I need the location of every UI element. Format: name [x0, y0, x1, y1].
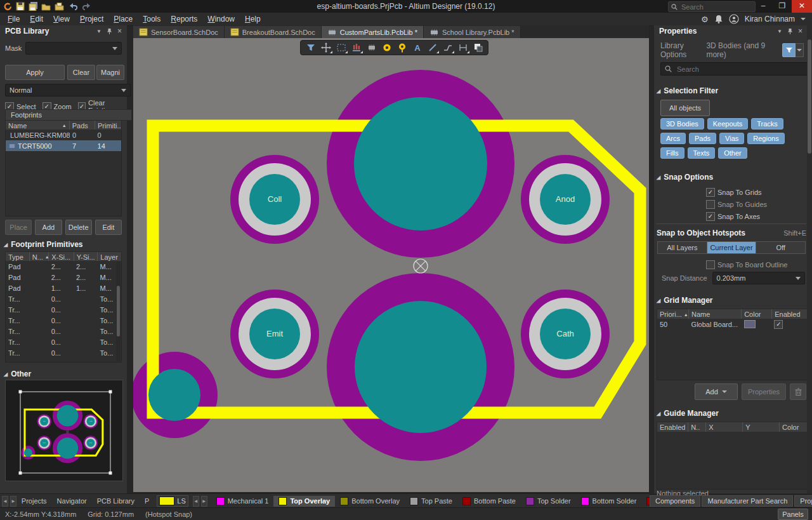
restore-button[interactable]: ❐	[773, 0, 792, 13]
document-tab-school-library-pcblib-[interactable]: School Library.PcbLib *	[424, 26, 521, 38]
snap-option-snap-to-grids[interactable]: ✓Snap To Grids	[706, 188, 767, 197]
notifications-bell-icon[interactable]	[714, 15, 723, 24]
layer-set-combobox[interactable]: LS	[154, 495, 190, 507]
pad-center[interactable]	[57, 405, 79, 427]
properties-search-input[interactable]	[676, 65, 792, 74]
filter-keepouts[interactable]: Keepouts	[707, 118, 748, 130]
column-enabled[interactable]: Enabled	[772, 309, 807, 319]
layer-tab-top-paste[interactable]: Top Paste	[405, 496, 457, 507]
filter-arcs[interactable]: Arcs	[660, 133, 686, 144]
settings-gear-icon[interactable]: ⚙	[701, 15, 709, 24]
panel-tab-properties[interactable]: Properties	[794, 495, 812, 507]
column-priority[interactable]: Priori...▲	[657, 309, 689, 319]
column-y[interactable]: Y	[743, 422, 780, 432]
selection-handle[interactable]	[19, 472, 22, 475]
layer-tab-drill-guide[interactable]: Drill Guide	[641, 496, 650, 507]
menu-file[interactable]: File	[3, 13, 25, 25]
user-name[interactable]: Kiran Chinnam	[745, 15, 795, 23]
checkbox[interactable]	[706, 200, 715, 209]
dock-tab-p[interactable]: P	[140, 497, 154, 505]
layer-tab-top-overlay[interactable]: Top Overlay	[273, 496, 335, 507]
dock-tab-projects[interactable]: Projects	[16, 497, 52, 505]
primitive-row[interactable]: Tr...0...To...	[6, 326, 121, 337]
mode-combobox[interactable]: Normal	[5, 84, 131, 97]
route-tool[interactable]	[441, 42, 454, 53]
column-primitives[interactable]: Primiti...	[95, 121, 121, 130]
column-layer[interactable]: Layer	[98, 252, 121, 262]
scrollbar-thumb[interactable]	[808, 39, 811, 154]
hotspot-mode-all-layers[interactable]: All Layers	[658, 242, 707, 253]
panel-close-icon[interactable]: ×	[117, 27, 122, 36]
pcb-editor-canvas[interactable]: CollAnodEmitCath A	[133, 38, 649, 492]
snap-option-snap-to-guides[interactable]: Snap To Guides	[706, 200, 767, 209]
properties-scrollbar[interactable]	[807, 25, 812, 493]
layer-tab-bottom-overlay[interactable]: Bottom Overlay	[335, 496, 405, 507]
snap-option-snap-to-axes[interactable]: ✓Snap To Axes	[706, 212, 767, 221]
scroll-left-icon[interactable]: ◄	[2, 496, 8, 507]
move-tool[interactable]	[319, 42, 332, 53]
panel-close-icon[interactable]: ×	[798, 27, 802, 36]
all-objects-button[interactable]: All objects	[660, 100, 710, 116]
selection-handle[interactable]	[109, 390, 112, 394]
filter-button[interactable]	[782, 43, 796, 57]
menu-place[interactable]: Place	[108, 13, 138, 25]
board-outline-option[interactable]: Snap To Board Outline	[706, 260, 787, 269]
column-color[interactable]: Color	[742, 309, 772, 319]
filter-tracks[interactable]: Tracks	[751, 118, 783, 130]
menu-tools[interactable]: Tools	[138, 13, 166, 25]
pad-center[interactable]	[57, 437, 78, 458]
checkbox[interactable]: ✓	[706, 188, 715, 197]
add-grid-button[interactable]: Add	[695, 383, 738, 400]
dimension-tool[interactable]	[456, 42, 469, 53]
grid-properties-button[interactable]: Properties	[742, 383, 786, 400]
column-x[interactable]: X	[706, 422, 743, 432]
column-ysize[interactable]: Y-Si...	[74, 252, 98, 262]
menu-help[interactable]: Help	[240, 13, 266, 25]
hotspot-mode-off[interactable]: Off	[756, 242, 805, 253]
footprint-primitives-section-header[interactable]: ◢Footprint Primitives	[4, 240, 83, 249]
dock-tab-pcb-library[interactable]: PCB Library	[92, 497, 140, 505]
footprint-row-tcrt5000[interactable]: TCRT5000714	[6, 140, 121, 151]
primitives-scrollbar[interactable]	[116, 262, 121, 361]
dock-tab-navigator[interactable]: Navigator	[52, 497, 92, 505]
snap-options-section-header[interactable]: ◢Snap Options	[657, 173, 713, 182]
hotspot-mode-current-layer[interactable]: Current Layer	[707, 242, 757, 253]
scrollbar-thumb[interactable]	[117, 286, 120, 337]
layer-tab-top-solder[interactable]: Top Solder	[521, 496, 576, 507]
column-color[interactable]: Color	[780, 422, 807, 432]
primitive-row[interactable]: Tr...0...To...	[6, 337, 121, 347]
delete-button[interactable]: Delete	[65, 220, 92, 235]
filter-pads[interactable]: Pads	[689, 133, 716, 144]
column-n[interactable]: N..	[688, 422, 706, 432]
panels-button[interactable]: Panels	[778, 509, 808, 520]
document-tab-breakoutboard-schdoc[interactable]: BreakoutBoard.SchDoc	[225, 26, 322, 38]
delete-grid-button[interactable]	[790, 383, 806, 400]
add-button[interactable]: Add	[35, 220, 62, 235]
panel-pin-icon[interactable]	[787, 28, 793, 34]
filter-regions[interactable]: Regions	[747, 133, 784, 144]
layer-tab-bottom-solder[interactable]: Bottom Solder	[576, 496, 642, 507]
properties-search-box[interactable]	[660, 62, 809, 76]
filter-fills[interactable]: Fills	[660, 147, 684, 159]
primitive-row[interactable]: Tr...0...To...	[6, 315, 121, 326]
primitive-row[interactable]: Tr...0...To...	[6, 347, 121, 358]
layers-scroll-right-icon[interactable]: ►	[201, 496, 207, 507]
layer-tab-mechanical-1[interactable]: Mechanical 1	[211, 496, 274, 507]
mask-combobox[interactable]	[25, 42, 122, 55]
primitive-row[interactable]: Tr...0...To...	[6, 293, 121, 304]
panel-tab-manufacturer-part-search[interactable]: Manufacturer Part Search	[702, 495, 793, 507]
magnify-button[interactable]: Magni	[96, 65, 124, 80]
menu-edit[interactable]: Edit	[25, 13, 48, 25]
place-pad-tool[interactable]	[380, 42, 393, 53]
filter-tool[interactable]	[304, 42, 317, 53]
footprint-preview[interactable]: CollAnodEmitCath	[5, 380, 123, 481]
place-component-tool[interactable]	[365, 42, 378, 53]
other-section-header[interactable]: ◢Other	[4, 370, 31, 378]
scroll-right-icon[interactable]: ►	[10, 496, 16, 507]
primitive-row[interactable]: Tr...0...To...	[6, 304, 121, 315]
document-tab-sensorboard-schdoc[interactable]: SensorBoard.SchDoc	[133, 26, 225, 38]
close-button[interactable]: ✕	[792, 0, 812, 13]
layers-scroll-left-icon[interactable]: ◄	[193, 496, 199, 507]
pad-center[interactable]	[355, 301, 487, 433]
filter-other[interactable]: Other	[718, 147, 747, 159]
